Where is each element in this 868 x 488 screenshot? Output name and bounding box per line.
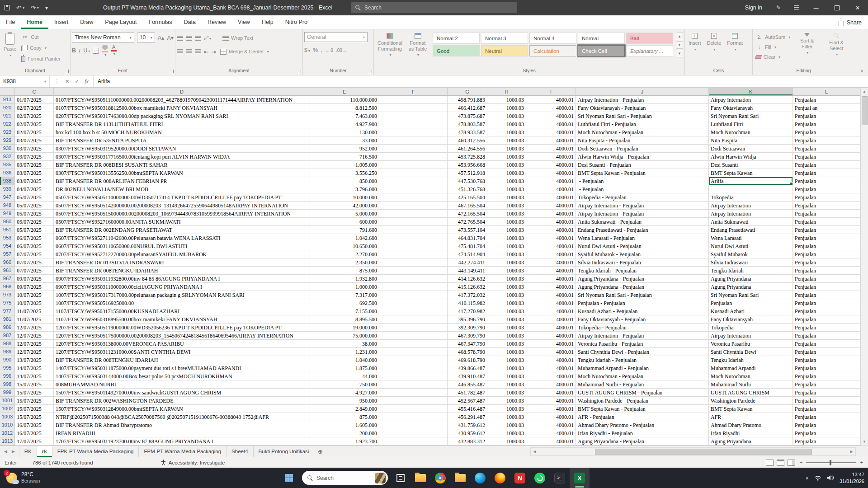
cell[interactable]: 1507/FTSCY/WS950312849000.00bmtSEPTA KAR… — [54, 405, 310, 413]
cell[interactable]: 4000.01 — [526, 112, 576, 120]
cell[interactable]: - Penjualan — [576, 177, 709, 185]
cell[interactable]: Kusnadi Azhari — [709, 307, 793, 315]
cell[interactable]: 467.165.504 — [448, 202, 487, 210]
cell[interactable]: 1107/FTSCY/WS950318895500.00box mamikeki… — [54, 315, 310, 324]
cell[interactable]: Penjualan — [793, 267, 860, 275]
fill-color-icon[interactable] — [102, 45, 108, 57]
column-header-d[interactable]: D — [54, 88, 310, 96]
undo-icon[interactable]: ↶ — [16, 5, 24, 11]
row-header-973[interactable]: 973 — [0, 291, 15, 299]
cell[interactable]: Airpay Internation - Penjualan — [576, 210, 709, 218]
row-header-951[interactable]: 951 — [0, 226, 15, 234]
cell[interactable] — [379, 315, 448, 324]
tab-formulas[interactable]: Formulas — [143, 15, 178, 29]
style-explanatory[interactable]: Explanatory ... — [626, 45, 673, 56]
cell[interactable]: 1.231.000 — [310, 348, 379, 356]
format-as-table-button[interactable]: Format as Table — [406, 31, 429, 58]
copy-button[interactable]: Copy — [20, 43, 62, 53]
cell[interactable]: Fany Oktaviansyah — [709, 104, 793, 112]
cell[interactable]: BIF TRANSFER DR 535NITA PUSPITA — [54, 136, 310, 145]
cell[interactable]: 4000.01 — [526, 413, 576, 421]
cell[interactable]: 1.042.600 — [310, 234, 379, 242]
font-dialog-launcher-icon[interactable] — [170, 70, 174, 73]
chrome-taskbar-button[interactable] — [430, 468, 450, 488]
nitro-taskbar-button[interactable] — [510, 468, 530, 488]
row-header-996[interactable]: 996 — [0, 372, 15, 380]
cell[interactable]: 1000.03 — [487, 161, 526, 169]
cell[interactable]: Penjualan — [793, 340, 860, 348]
align-middle-icon[interactable] — [186, 36, 192, 41]
cell[interactable]: 10/07/2025 — [15, 291, 54, 299]
cell[interactable]: Luthfiatul Fitri — [709, 120, 793, 128]
cell[interactable]: 439.866.487 — [448, 364, 487, 372]
merge-center-button[interactable]: Merge & Center — [219, 47, 270, 56]
column-header-f[interactable]: F — [379, 88, 448, 96]
cell[interactable] — [379, 210, 448, 218]
cell[interactable] — [379, 202, 448, 210]
cell[interactable]: 417.372.032 — [448, 291, 487, 299]
cell[interactable]: 1000.03 — [487, 429, 526, 437]
cell[interactable]: 447.530.768 — [448, 177, 487, 185]
row-header-986[interactable]: 986 — [0, 324, 15, 332]
title-search-box[interactable]: Search — [351, 2, 517, 13]
fill-button[interactable]: ↓Fill — [754, 42, 792, 52]
wrap-text-button[interactable]: Wrap Text — [221, 33, 255, 43]
cell[interactable]: 4000.01 — [526, 169, 576, 177]
cell[interactable]: 11/07/2025 — [15, 315, 54, 324]
row-header-936[interactable]: 936 — [0, 169, 15, 177]
row-header-1003[interactable]: 1003 — [0, 413, 15, 421]
cell[interactable]: 474.514.904 — [448, 250, 487, 258]
cell[interactable] — [379, 104, 448, 112]
cell[interactable]: 11/07/2025 — [15, 307, 54, 315]
vertical-scroll-thumb[interactable] — [862, 96, 868, 125]
cell[interactable]: Penjualan — [793, 169, 860, 177]
cell[interactable]: 4000.01 — [526, 380, 576, 389]
cell[interactable]: Penjualan — [793, 96, 860, 104]
cell[interactable]: 1207/FTSCY/WS9503138000.00VERONICA PASAR… — [54, 340, 310, 348]
cell[interactable]: 12/07/2025 — [15, 348, 54, 356]
row-header-1012[interactable]: 1012 — [0, 429, 15, 437]
cell[interactable]: 473.875.687 — [448, 112, 487, 120]
cell[interactable]: Tokopedia - Penjualan — [576, 324, 709, 332]
cell[interactable] — [379, 307, 448, 315]
cell[interactable]: 07/07/2025 — [15, 258, 54, 267]
cell[interactable]: 443.149.411 — [448, 267, 487, 275]
row-header-954[interactable]: 954 — [0, 242, 15, 250]
align-bottom-icon[interactable] — [195, 36, 201, 41]
cell[interactable]: Penjualan - Penjualan — [576, 299, 709, 307]
cell[interactable]: GUSTI AGUNG CHRISM - Penjualan — [576, 389, 709, 397]
cell[interactable]: 875.000 — [310, 413, 379, 421]
cell[interactable]: 4000.01 — [526, 324, 576, 332]
cell[interactable]: 05/07/2025 — [15, 226, 54, 234]
row-header-935[interactable]: 935 — [0, 161, 15, 169]
row-header-949[interactable]: 949 — [0, 210, 15, 218]
cell[interactable]: 09/07/2025 — [15, 283, 54, 291]
cell[interactable]: Luthfiatul Fitri - Penjualan — [576, 120, 709, 128]
cell[interactable]: Penjualan — [793, 324, 860, 332]
cell[interactable]: Arlifa — [709, 177, 793, 185]
cell[interactable]: 4000.01 — [526, 291, 576, 299]
cell[interactable]: Penjualan — [793, 364, 860, 372]
page-layout-view-icon[interactable] — [777, 460, 784, 466]
edge-taskbar-button[interactable] — [470, 468, 490, 488]
cell[interactable]: 1000.03 — [487, 283, 526, 291]
weather-widget[interactable]: 2 28°C Berawan — [0, 468, 46, 488]
cell[interactable]: Muhammad Arpandi — [709, 364, 793, 372]
cell[interactable]: 875.000 — [310, 267, 379, 275]
enter-icon[interactable] — [75, 78, 79, 84]
cell[interactable]: Penjualan — [793, 250, 860, 258]
cell[interactable]: 1000.03 — [487, 250, 526, 258]
cell[interactable]: 05/07/2025 — [15, 210, 54, 218]
cell[interactable]: Agung Priyandana - Penjualan — [576, 437, 709, 446]
cell[interactable]: Ahmad Dhary Pratomo - Penjualan — [576, 421, 709, 429]
cell[interactable]: 1000.03 — [487, 348, 526, 356]
cell[interactable]: 0207/FTSCY/WS950317463000.00dp packaging… — [54, 112, 310, 120]
borders-icon[interactable] — [93, 48, 99, 54]
cell[interactable]: Alwin Harwin Widja — [709, 153, 793, 161]
cell[interactable]: Penjualan — [793, 421, 860, 429]
cell[interactable]: 4000.01 — [526, 136, 576, 145]
sheet-tab-fpm-pt-warna-media-packaging[interactable]: FPM-PT Warna Media Packaging — [139, 446, 226, 457]
cell[interactable]: Desi Susanti — [709, 161, 793, 169]
cell[interactable]: 4000.01 — [526, 275, 576, 283]
cell[interactable]: 472.165.504 — [448, 210, 487, 218]
